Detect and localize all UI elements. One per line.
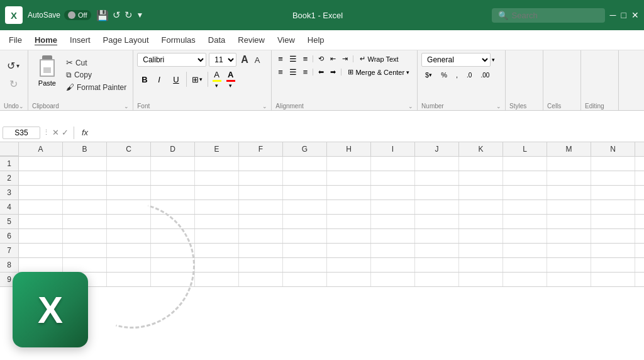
menu-item-view[interactable]: View [271,33,301,47]
cell-c1[interactable] [107,157,151,171]
col-header-k[interactable]: K [459,142,503,156]
font-color-button[interactable]: A ▾ [225,69,237,89]
text-align-left-button[interactable]: ≡ [275,66,286,78]
cell-a3[interactable] [19,186,63,200]
cell-options-icon[interactable]: ⋮ [43,128,50,137]
align-bottom-button[interactable]: ≡ [301,53,311,65]
cell-g1[interactable] [283,157,327,171]
wrap-text-button[interactable]: ↵ Wrap Text [356,53,402,64]
clipboard-expand-icon[interactable]: ⌄ [124,103,129,110]
cell-a1[interactable] [19,157,63,171]
cell-g3[interactable] [283,186,327,200]
cell-i1[interactable] [371,157,415,171]
fill-color-button[interactable]: A ▾ [211,69,223,89]
undo-button[interactable]: ↺▾ [4,58,23,74]
menu-item-help[interactable]: Help [301,33,331,47]
cell-n2[interactable] [591,171,635,185]
col-header-e[interactable]: E [195,142,239,156]
merge-center-button[interactable]: ⊞ Merge & Center ▾ [344,67,413,77]
cell-f2[interactable] [239,171,283,185]
col-header-m[interactable]: M [547,142,591,156]
cell-m5[interactable] [547,215,591,228]
cell-h2[interactable] [327,171,371,185]
cell-reference-input[interactable] [3,127,40,139]
col-header-c[interactable]: C [107,142,151,156]
text-align-center-button[interactable]: ☰ [287,66,299,78]
align-top-button[interactable]: ≡ [275,53,286,65]
number-expand-icon[interactable]: ⌄ [496,103,501,110]
cell-c3[interactable] [107,186,151,200]
formula-input[interactable] [93,127,641,138]
row-header-4[interactable]: 4 [0,200,19,214]
col-header-g[interactable]: G [283,142,327,156]
col-header-j[interactable]: J [415,142,459,156]
alignment-expand-icon[interactable]: ⌄ [408,103,413,110]
search-input[interactable] [512,11,594,20]
cell-f5[interactable] [239,215,283,228]
copy-button[interactable]: ⧉ Copy [64,69,129,81]
cut-button[interactable]: ✂ Cut [64,57,129,69]
indent-decrease-button[interactable]: ⇤ [328,53,338,64]
menu-item-insert[interactable]: Insert [64,33,97,47]
redo-button[interactable]: ↻ [6,76,21,92]
cell-l1[interactable] [503,157,547,171]
font-grow-button[interactable]: A [239,53,250,66]
align-middle-button[interactable]: ☰ [287,53,299,65]
cell-k5[interactable] [459,215,503,228]
italic-button[interactable]: I [153,73,167,86]
row-header-2[interactable]: 2 [0,171,19,185]
cell-f4[interactable] [239,200,283,214]
cell-n4[interactable] [591,200,635,214]
currency-button[interactable]: $▾ [421,69,436,81]
cell-c2[interactable] [107,171,151,185]
cell-i2[interactable] [371,171,415,185]
cell-n1[interactable] [591,157,635,171]
cell-b1[interactable] [63,157,107,171]
cell-h5[interactable] [327,215,371,228]
cell-e5[interactable] [195,215,239,228]
cell-g2[interactable] [283,171,327,185]
autosave-toggle[interactable]: Off [64,10,91,20]
menu-item-review[interactable]: Review [231,33,271,47]
font-name-select[interactable]: Calibri [137,53,206,67]
border-button[interactable]: ⊞▾ [189,74,205,85]
cell-a4[interactable] [19,200,63,214]
font-expand-icon[interactable]: ⌄ [262,103,267,110]
increase-indent-button[interactable]: ➡ [328,67,338,77]
bold-button[interactable]: B [137,73,152,86]
menu-item-file[interactable]: File [3,33,28,47]
cancel-icon[interactable]: ✕ [52,128,59,137]
text-align-right-button[interactable]: ≡ [301,66,311,78]
cell-l4[interactable] [503,200,547,214]
cell-e3[interactable] [195,186,239,200]
font-size-select[interactable]: 11 [209,53,236,67]
cell-k2[interactable] [459,171,503,185]
decimal-dec-button[interactable]: .00 [477,69,493,81]
save-icon[interactable]: 💾 [96,9,109,21]
search-box[interactable]: 🔍 [492,8,605,23]
cell-f1[interactable] [239,157,283,171]
cell-k1[interactable] [459,157,503,171]
col-header-h[interactable]: H [327,142,371,156]
indent-increase-button[interactable]: ⇥ [340,53,350,64]
cell-b3[interactable] [63,186,107,200]
row-header-5[interactable]: 5 [0,215,19,228]
undo-expand-icon[interactable]: ⌄ [19,103,24,110]
cell-d1[interactable] [151,157,195,171]
cell-i4[interactable] [371,200,415,214]
col-header-n[interactable]: N [591,142,635,156]
col-header-f[interactable]: F [239,142,283,156]
cell-j4[interactable] [415,200,459,214]
cell-h3[interactable] [327,186,371,200]
cell-n3[interactable] [591,186,635,200]
cell-j3[interactable] [415,186,459,200]
cell-n5[interactable] [591,215,635,228]
decrease-indent-button[interactable]: ⬅ [316,67,326,77]
cell-l5[interactable] [503,215,547,228]
cell-l2[interactable] [503,171,547,185]
redo-icon-title[interactable]: ↻ [125,9,133,21]
cell-f3[interactable] [239,186,283,200]
percent-button[interactable]: % [437,69,451,81]
minimize-icon[interactable]: ─ [610,10,616,20]
number-format-select[interactable]: General [421,53,491,67]
